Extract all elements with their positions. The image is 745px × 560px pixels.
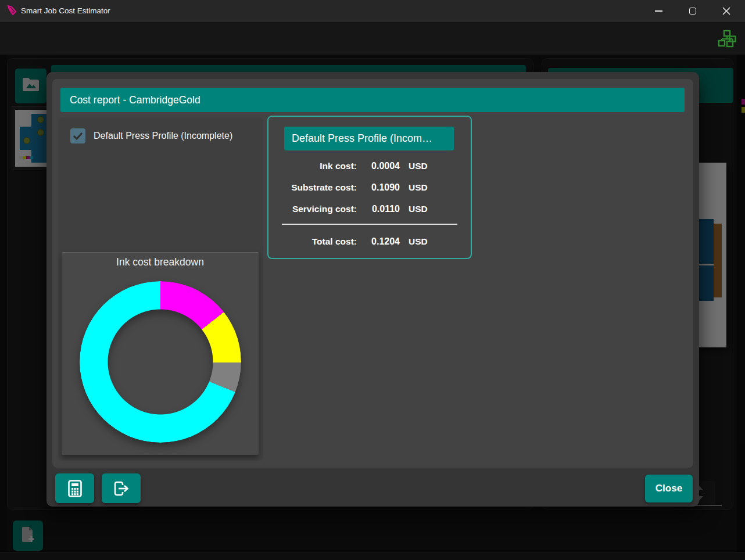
cost-rows: Ink cost: 0.0004 USD Substrate cost: 0.1… (268, 155, 471, 220)
total-cost-label: Total cost: (268, 236, 357, 247)
donut-chart-ring (80, 281, 241, 443)
export-icon (113, 480, 130, 497)
profile-selection-panel: Default Press Profile (Incomplete) Ink c… (58, 117, 263, 461)
substrate-cost-label: Substrate cost: (268, 182, 357, 193)
servicing-cost-label: Servicing cost: (268, 204, 357, 214)
export-report-button[interactable] (102, 473, 141, 503)
substrate-cost-value: 0.1090 (357, 182, 400, 193)
profile-checkbox-label: Default Press Profile (Incomplete) (94, 131, 232, 141)
calculator-icon (68, 480, 82, 497)
close-window-icon (722, 7, 730, 15)
recalculate-button[interactable] (55, 473, 94, 503)
profile-checkbox[interactable] (70, 128, 85, 143)
servicing-cost-value: 0.0110 (357, 204, 400, 214)
cost-report-dialog: Cost report - CambridgeGold Default Pres… (46, 72, 699, 507)
ink-breakdown-chart-panel: Ink cost breakdown (62, 252, 259, 455)
app-window: File Help Smart Job Cost Estimator (0, 0, 745, 560)
dialog-content: Cost report - CambridgeGold Default Pres… (52, 79, 693, 468)
cost-panel-header: Default Press Profile (Incom… (284, 127, 454, 150)
app-logo-icon (6, 5, 17, 16)
checkmark-icon (73, 132, 83, 140)
minimize-button[interactable] (645, 0, 672, 22)
minimize-icon (655, 10, 662, 12)
maximize-icon (689, 8, 696, 15)
cost-row-substrate: Substrate cost: 0.1090 USD (268, 177, 471, 198)
cost-row-servicing: Servicing cost: 0.0110 USD (268, 198, 471, 220)
total-cost-currency: USD (400, 236, 449, 247)
servicing-cost-currency: USD (400, 204, 449, 214)
title-bar: Smart Job Cost Estimator (0, 0, 745, 22)
substrate-cost-currency: USD (400, 182, 449, 193)
cost-row-ink: Ink cost: 0.0004 USD (268, 155, 471, 177)
dialog-title: Cost report - CambridgeGold (60, 88, 685, 112)
ink-cost-value: 0.0004 (357, 161, 400, 171)
window-title: Smart Job Cost Estimator (21, 0, 110, 22)
profile-checkbox-row[interactable]: Default Press Profile (Incomplete) (70, 128, 232, 143)
total-divider (282, 224, 457, 225)
close-button-label: Close (656, 483, 682, 494)
chart-title: Ink cost breakdown (62, 256, 259, 268)
cost-row-total: Total cost: 0.1204 USD (268, 231, 471, 252)
close-button[interactable]: Close (645, 475, 693, 502)
ink-cost-label: Ink cost: (268, 161, 357, 171)
menu-bar (0, 22, 745, 55)
maximize-button[interactable] (679, 0, 706, 22)
ink-cost-currency: USD (400, 161, 449, 171)
close-window-button[interactable] (713, 0, 740, 22)
donut-chart (80, 281, 241, 443)
cost-summary-panel: Default Press Profile (Incom… Ink cost: … (267, 116, 472, 259)
network-hierarchy-icon[interactable] (717, 29, 737, 49)
total-cost-value: 0.1204 (357, 236, 400, 247)
